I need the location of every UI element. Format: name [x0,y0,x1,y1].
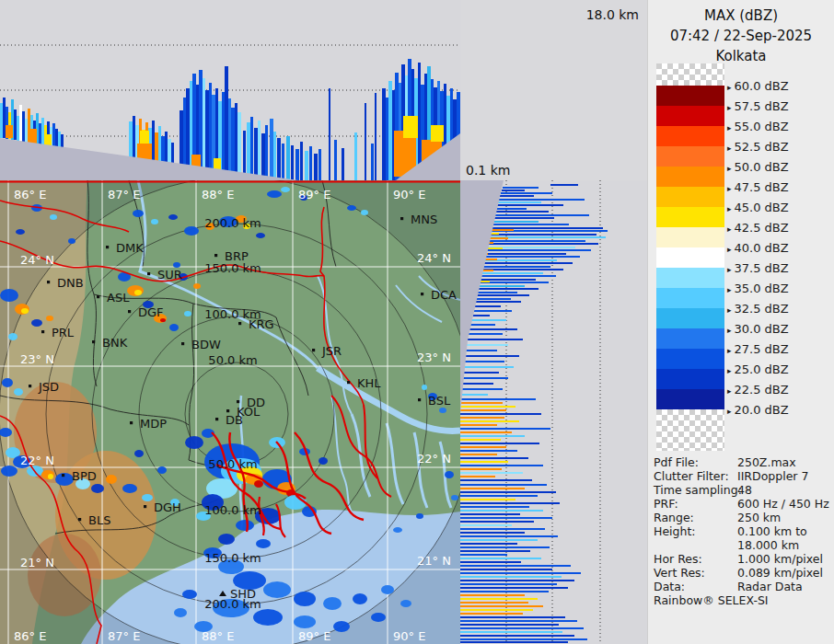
profile-bar [460,495,538,497]
profile-bar [460,591,549,592]
echo-blob [193,283,201,289]
profile-bar [460,450,517,452]
profile-bar [460,406,515,408]
profile-bar [462,344,508,346]
profile-bar [460,620,577,622]
profile-bar [52,123,55,146]
legend-color-band [656,308,724,328]
legend-tick-icon: ▸ [727,326,732,335]
profile-bar [460,635,574,637]
profile-bar [273,132,276,180]
legend-color-band [656,288,724,308]
profile-bar [472,292,517,293]
profile-bar [460,569,552,570]
profile-bar [140,131,149,144]
profile-bar [382,88,386,180]
profile-bar [460,383,493,385]
legend-tick-icon: ▸ [727,346,732,355]
city-label: BLS [88,513,110,527]
meta-value: Radar Data [737,580,803,593]
profile-bar [460,443,539,444]
meta-value: 0.100 km to [737,524,807,538]
legend-entry-label: 52.5 dBZ [735,140,789,154]
legend-entry-label: 55.0 dBZ [735,120,789,133]
profile-bar [460,602,528,604]
longitude-label: 90° E [393,629,425,643]
city-label: DGH [154,500,181,514]
legend-entry: ▸37.5 dBZ [727,261,789,275]
legend-entry-label: 27.5 dBZ [735,342,789,356]
profile-bar [460,366,514,368]
profile-bar [486,243,598,245]
profile-bar [295,149,299,180]
meta-value: 600 Hz / 450 Hz [737,497,829,511]
profile-bar [309,146,312,180]
legend-entry: ▸50.0 dBZ [727,160,789,174]
profile-bar [460,580,574,581]
city-label: DGF [138,305,164,319]
color-scale [656,63,724,451]
profile-bar [460,613,523,615]
city-label: DB [226,413,243,427]
profile-bar [492,221,539,223]
city-marker-dot [130,421,133,424]
legend-entry-label: 50.0 dBZ [735,160,789,174]
profile-bar [476,279,536,281]
legend-tick-icon: ▸ [727,144,732,153]
profile-bar [469,301,521,303]
city-marker-dot [418,398,421,401]
echo-blob [31,319,42,327]
profile-bar [460,546,550,548]
profile-bar [300,142,303,180]
echo-blob [0,289,18,302]
city-marker-dot [147,272,150,275]
profile-bar [500,195,534,197]
meta-row: Pdf File:250Z.max [654,455,832,469]
profile-bar [375,93,376,180]
echo-blob [281,187,290,192]
legend-color-band [656,126,724,146]
profile-bar [489,234,597,236]
profile-bar [460,513,520,515]
legend-tick-icon: ▸ [727,123,732,132]
legend-tick-icon: ▸ [727,204,732,213]
meta-row: Hor Res:1.000 km/pixel [654,552,832,566]
profile-bar [460,598,538,600]
city-label: JSR [321,344,342,358]
profile-bar [497,204,563,206]
profile-bar [460,491,556,493]
profile-bar [231,108,235,180]
echo-blob [267,190,282,198]
profile-bar [460,431,512,433]
echo-blob [319,457,328,465]
profile-bar [473,288,539,290]
echo-blob [263,581,291,598]
echo-blob [14,388,23,396]
min-height-label: 0.1 km [466,163,510,178]
product-metadata: Pdf File:250Z.maxClutter Filter:IIRDoppl… [654,455,832,593]
profile-bar [460,572,581,574]
echo-blob [381,585,394,594]
profile-bar [477,275,556,277]
meta-value: IIRDoppler 7 [737,469,808,483]
legend-entry-label: 20.0 dBZ [735,403,789,417]
profile-bar [460,484,547,486]
profile-bar [460,609,533,611]
legend-tick-icon: ▸ [727,386,732,396]
legend-tick-icon: ▸ [727,245,732,254]
profile-bar [460,587,568,589]
meta-label: Data: [654,580,685,593]
profile-bar [460,398,536,400]
city-marker-dot [78,518,81,521]
legend-color-band [656,146,724,167]
city-marker-dot [215,418,218,420]
echo-blob [48,474,53,479]
legend-transparent-band [656,409,724,451]
echo-blob [256,233,265,238]
meta-row: Time sampling:48 [654,483,832,497]
city-marker-dot [347,381,350,384]
range-ring-label: 50.0 km [208,457,257,471]
legend-entry: ▸40.0 dBZ [727,241,789,255]
profile-bar [493,217,554,219]
profile-bar [228,98,231,180]
